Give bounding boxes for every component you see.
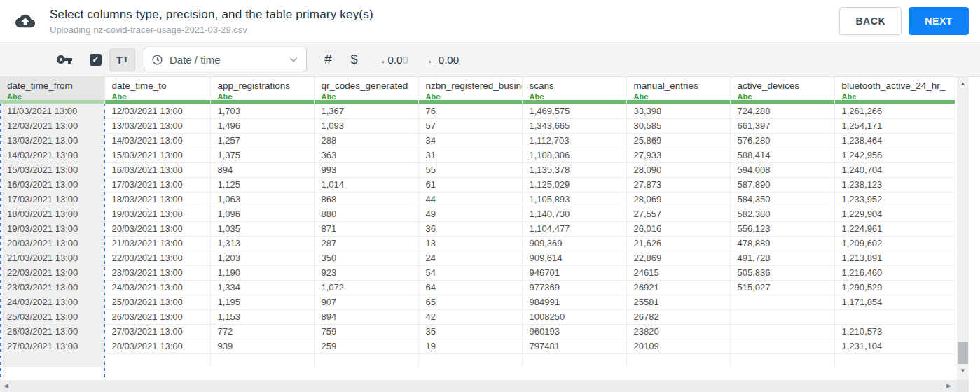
table-cell[interactable]: 1,216,460 [834,265,955,280]
table-cell[interactable]: 44 [418,192,522,206]
table-cell[interactable]: 27/03/2021 13:00 [104,324,210,339]
table-cell[interactable]: 15/03/2021 13:00 [0,162,104,177]
table-cell[interactable]: 1,203 [210,251,314,265]
table-cell[interactable]: 16/03/2021 13:00 [104,162,210,177]
table-cell[interactable]: 17/03/2021 13:00 [104,177,210,192]
table-cell[interactable]: 478,889 [730,236,834,251]
table-cell[interactable]: 1,238,123 [834,177,955,192]
table-cell[interactable]: 1,469,575 [522,104,626,118]
table-cell[interactable]: 1,343,665 [522,118,626,133]
table-cell[interactable]: 65 [418,295,522,309]
table-cell[interactable]: 772 [210,324,314,339]
horizontal-scrollbar[interactable]: ◀ ▶ [0,380,957,392]
table-cell[interactable] [730,309,834,324]
table-cell[interactable]: 24/03/2021 13:00 [104,280,210,295]
table-cell[interactable]: 1,125,029 [522,177,626,192]
table-cell[interactable]: 993 [314,162,418,177]
table-cell[interactable]: 22,869 [626,251,730,265]
column-header-bluetooth_active_24_hr_[interactable]: bluetooth_active_24_hr_Abc [834,77,955,104]
table-cell[interactable]: 1,334 [210,280,314,295]
table-cell[interactable] [104,354,210,368]
table-cell[interactable]: 1,096 [210,206,314,221]
table-cell[interactable] [418,354,522,368]
table-cell[interactable]: 12/03/2021 13:00 [104,104,210,118]
table-cell[interactable]: 24 [418,251,522,265]
next-button[interactable]: NEXT [909,7,969,35]
table-cell[interactable]: 26/03/2021 13:00 [104,309,210,324]
table-cell[interactable]: 505,836 [730,265,834,280]
table-cell[interactable]: 587,890 [730,177,834,192]
table-cell[interactable]: 26782 [626,309,730,324]
table-cell[interactable] [834,309,955,324]
table-cell[interactable]: 1,229,904 [834,206,955,221]
table-cell[interactable]: 19/03/2021 13:00 [104,206,210,221]
table-cell[interactable]: 28,090 [626,162,730,177]
table-cell[interactable]: 363 [314,148,418,162]
table-cell[interactable]: 31 [418,148,522,162]
table-cell[interactable]: 25,869 [626,133,730,148]
table-cell[interactable]: 556,123 [730,221,834,236]
column-header-date_time_to[interactable]: date_time_toAbc [104,77,210,104]
table-cell[interactable]: 1,367 [314,104,418,118]
table-cell[interactable]: 16/03/2021 13:00 [0,177,104,192]
table-cell[interactable]: 23820 [626,324,730,339]
table-cell[interactable]: 28,069 [626,192,730,206]
table-cell[interactable]: 661,397 [730,118,834,133]
table-cell[interactable]: 287 [314,236,418,251]
table-cell[interactable]: 20/03/2021 13:00 [0,236,104,251]
table-cell[interactable]: 515,027 [730,280,834,295]
back-button[interactable]: BACK [839,7,902,35]
table-cell[interactable] [314,354,418,368]
table-cell[interactable]: 1,072 [314,280,418,295]
table-cell[interactable]: 871 [314,221,418,236]
table-cell[interactable]: 1,035 [210,221,314,236]
table-cell[interactable]: 27/03/2021 13:00 [0,339,104,354]
table-cell[interactable]: 797481 [522,339,626,354]
column-header-date_time_from[interactable]: date_time_fromAbc [0,77,104,104]
table-cell[interactable]: 1,104,477 [522,221,626,236]
table-cell[interactable]: 36 [418,221,522,236]
table-cell[interactable]: 1,254,171 [834,118,955,133]
table-cell[interactable]: 1,224,961 [834,221,955,236]
table-cell[interactable] [626,354,730,368]
table-cell[interactable]: 594,008 [730,162,834,177]
table-cell[interactable]: 894 [210,162,314,177]
table-cell[interactable]: 13 [418,236,522,251]
table-cell[interactable] [834,354,955,368]
table-cell[interactable]: 491,728 [730,251,834,265]
table-cell[interactable]: 1008250 [522,309,626,324]
table-cell[interactable]: 13/03/2021 13:00 [0,133,104,148]
table-cell[interactable] [210,354,314,368]
table-cell[interactable]: 588,414 [730,148,834,162]
vertical-scrollbar-thumb[interactable] [958,342,968,364]
table-cell[interactable]: 19 [418,339,522,354]
table-cell[interactable]: 1,496 [210,118,314,133]
column-header-manual_entries[interactable]: manual_entriesAbc [626,77,730,104]
table-cell[interactable]: 1,112,703 [522,133,626,148]
table-cell[interactable]: 1,238,464 [834,133,955,148]
increase-precision-button[interactable]: ←0.00 [427,54,459,66]
table-cell[interactable]: 27,557 [626,206,730,221]
table-cell[interactable]: 49 [418,206,522,221]
number-type-button[interactable]: # [324,52,332,67]
table-cell[interactable]: 946701 [522,265,626,280]
table-cell[interactable]: 259 [314,339,418,354]
table-cell[interactable]: 14/03/2021 13:00 [104,133,210,148]
scroll-right-arrow-icon[interactable]: ▶ [946,382,951,389]
include-column-checkbox[interactable]: ✓ [90,54,102,66]
table-cell[interactable]: 1,190 [210,265,314,280]
table-cell[interactable]: 13/03/2021 13:00 [104,118,210,133]
table-cell[interactable]: 1,213,891 [834,251,955,265]
table-cell[interactable]: 42 [418,309,522,324]
table-cell[interactable]: 21/03/2021 13:00 [0,251,104,265]
scroll-down-arrow-icon[interactable]: ▼ [957,368,969,374]
table-cell[interactable]: 1,171,854 [834,295,955,309]
table-cell[interactable]: 25581 [626,295,730,309]
table-cell[interactable] [522,354,626,368]
table-cell[interactable]: 1,257 [210,133,314,148]
table-cell[interactable]: 57 [418,118,522,133]
column-header-nzbn_registered_busine[interactable]: nzbn_registered_busineAbc [418,77,522,104]
table-cell[interactable] [0,354,104,368]
table-cell[interactable]: 909,614 [522,251,626,265]
table-cell[interactable]: 1,209,602 [834,236,955,251]
